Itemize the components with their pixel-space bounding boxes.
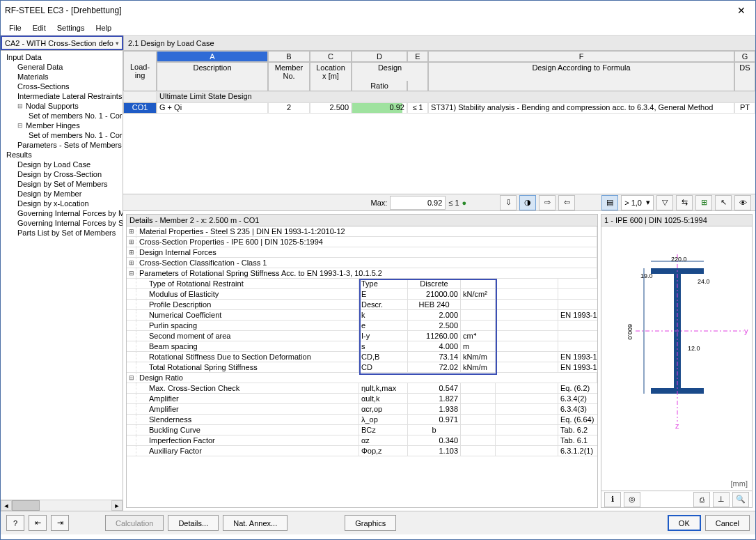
tree-results[interactable]: Results	[1, 150, 123, 160]
sec-cs-props[interactable]: Cross-Section Properties - IPE 600 | DIN…	[136, 237, 597, 247]
hdr-member: Member No.	[268, 62, 310, 82]
sec-design-ratio[interactable]: Design Ratio	[136, 373, 597, 383]
col-d[interactable]: D	[352, 51, 407, 62]
excel-icon[interactable]: ⊞	[695, 195, 712, 210]
tree-hinge-set1[interactable]: Set of members No. 1 - Cor	[1, 130, 123, 140]
tree-gif-member[interactable]: Governing Internal Forces by M	[1, 208, 123, 218]
row-k: Numerical Coefficientk2.000EN 1993-1-3,	[127, 310, 597, 321]
sidebar: Input Data General Data Materials Cross-…	[1, 51, 123, 511]
menu-edit[interactable]: Edit	[27, 22, 52, 33]
filter-icon[interactable]: ▽	[656, 195, 673, 210]
color-scale-icon[interactable]: ▤	[601, 195, 618, 210]
hdr-design: Design	[352, 62, 428, 82]
tree-gif-set[interactable]: Governing Internal Forces by S	[1, 218, 123, 228]
col-g[interactable]: G	[734, 51, 755, 62]
grid-row-co1[interactable]: CO1 G + Qi 2 2.500 0.92 ≤ 1 ST371) Stabi…	[123, 102, 755, 114]
svg-text:z: z	[675, 422, 679, 430]
hdr-formula: Design According to Formula	[428, 62, 734, 82]
menu-file[interactable]: File	[3, 22, 27, 33]
dim-r: 24.0	[698, 278, 710, 285]
tool-btn-2[interactable]: ◑	[519, 195, 536, 210]
export-right-icon[interactable]: ⇥	[51, 515, 69, 531]
sec-rot[interactable]: Parameters of Rotational Spring Stiffnes…	[136, 268, 597, 278]
row-iy: Second moment of areaI-y11260.00cm⁴	[127, 331, 597, 341]
details-grid[interactable]: ⊞Material Properties - Steel S 235 | DIN…	[127, 226, 597, 507]
cell-member: 2	[268, 102, 310, 114]
tree-design-setmembers[interactable]: Design by Set of Members	[1, 179, 123, 189]
row-aultk: Amplifierαult,k1.8276.3.4(2)	[127, 394, 597, 404]
relations-icon[interactable]: ⇆	[676, 195, 693, 210]
factor-dropdown[interactable]: > 1,0▾	[621, 195, 654, 210]
case-dropdown-value: CA2 - WITH Cross-Section defo	[5, 39, 113, 47]
row-alpha: Imperfection Factorαz0.340Tab. 6.1	[127, 435, 597, 446]
sec-dif[interactable]: Design Internal Forces	[136, 247, 597, 257]
scroll-right-icon[interactable]: ►	[111, 500, 123, 511]
tree-nodal-set1[interactable]: Set of members No. 1 - Cor	[1, 111, 123, 121]
chevron-down-icon: ▾	[116, 40, 119, 47]
col-f[interactable]: F	[428, 51, 734, 62]
graphics-button[interactable]: Graphics	[345, 515, 396, 531]
col-loading: Load- ing	[123, 51, 157, 91]
eye-icon[interactable]: 👁	[734, 195, 751, 210]
sidebar-hscroll[interactable]: ◄ ►	[1, 500, 123, 511]
details-button[interactable]: Details...	[168, 515, 219, 531]
scroll-thumb[interactable]	[12, 500, 40, 511]
preview-title: 1 - IPE 600 | DIN 1025-5:1994	[601, 215, 752, 226]
tree-design-member[interactable]: Design by Member	[1, 189, 123, 199]
export-left-icon[interactable]: ⇤	[29, 515, 47, 531]
tool-btn-3[interactable]: ⇨	[539, 195, 556, 210]
tree-intermediate-restraints[interactable]: Intermediate Lateral Restraints	[1, 91, 123, 101]
col-e[interactable]: E	[407, 51, 428, 62]
row-lambda: Slendernessλ_op0.971Eq. (6.64)	[127, 415, 597, 425]
tree-parameters[interactable]: Parameters - Sets of Members	[1, 140, 123, 150]
row-cdb: Rotational Stiffness Due to Section Defo…	[127, 352, 597, 362]
close-icon[interactable]: ✕	[732, 5, 751, 16]
menu-settings[interactable]: Settings	[52, 22, 90, 33]
row-bc: Buckling CurveBCzbTab. 6.2	[127, 425, 597, 435]
stress-icon[interactable]: ◎	[624, 492, 640, 507]
dim-h: 600.0	[627, 324, 633, 340]
scroll-left-icon[interactable]: ◄	[1, 500, 12, 511]
tree-member-hinges[interactable]: ⊟Member Hinges	[1, 121, 123, 130]
tool-btn-4[interactable]: ⇦	[558, 195, 575, 210]
tree-general-data[interactable]: General Data	[1, 62, 123, 72]
tree-design-xloc[interactable]: Design by x-Location	[1, 199, 123, 208]
zoom-icon[interactable]: 🔍	[732, 492, 749, 507]
cell-desc: G + Qi	[157, 102, 268, 114]
cell-ds: PT	[734, 102, 755, 114]
details-title: Details - Member 2 - x: 2.500 m - CO1	[127, 215, 597, 226]
calculation-button[interactable]: Calculation	[105, 515, 164, 531]
row-purlin: Purlin spacinge2.500	[127, 321, 597, 331]
col-c[interactable]: C	[310, 51, 352, 62]
case-dropdown[interactable]: CA2 - WITH Cross-Section defo ▾	[1, 36, 123, 50]
tree-parts-list[interactable]: Parts List by Set of Members	[1, 228, 123, 238]
help-icon[interactable]: ?	[6, 515, 24, 531]
ok-button[interactable]: OK	[668, 515, 701, 531]
section-preview: 1 - IPE 600 | DIN 1025-5:1994 y z	[601, 214, 753, 508]
tree-design-loadcase[interactable]: Design by Load Case	[1, 160, 123, 169]
sec-material[interactable]: Material Properties - Steel S 235 | DIN …	[136, 226, 597, 236]
col-a[interactable]: A	[157, 51, 268, 62]
dim-tw: 12.0	[688, 345, 700, 352]
menu-help[interactable]: Help	[90, 22, 117, 33]
tree-input-data[interactable]: Input Data	[1, 52, 123, 62]
tree-materials[interactable]: Materials	[1, 72, 123, 82]
tree-design-cs[interactable]: Design by Cross-Section	[1, 169, 123, 179]
col-b[interactable]: B	[268, 51, 310, 62]
unit-mm: [mm]	[731, 479, 748, 488]
sec-csc[interactable]: Cross-Section Classification - Class 1	[136, 258, 597, 268]
hdr-ratio: Ratio	[352, 81, 407, 91]
row-s: Beam spacings4.000m	[127, 341, 597, 352]
nat-annex-button[interactable]: Nat. Annex...	[223, 515, 288, 531]
window-title: RF-STEEL EC3 - [Drehbettung]	[5, 6, 732, 15]
cancel-button[interactable]: Cancel	[705, 515, 750, 531]
axis-icon[interactable]: ⊥	[713, 492, 730, 507]
group-uls: Ultimate Limit State Design	[157, 91, 755, 102]
pick-icon[interactable]: ↖	[715, 195, 732, 210]
tool-btn-1[interactable]: ⇩	[500, 195, 517, 210]
dim-w: 220.0	[671, 256, 687, 263]
print-icon[interactable]: ⎙	[693, 492, 710, 507]
info-icon[interactable]: ℹ	[604, 492, 621, 507]
tree-nodal-supports[interactable]: ⊟Nodal Supports	[1, 101, 123, 111]
tree-cross-sections[interactable]: Cross-Sections	[1, 82, 123, 91]
